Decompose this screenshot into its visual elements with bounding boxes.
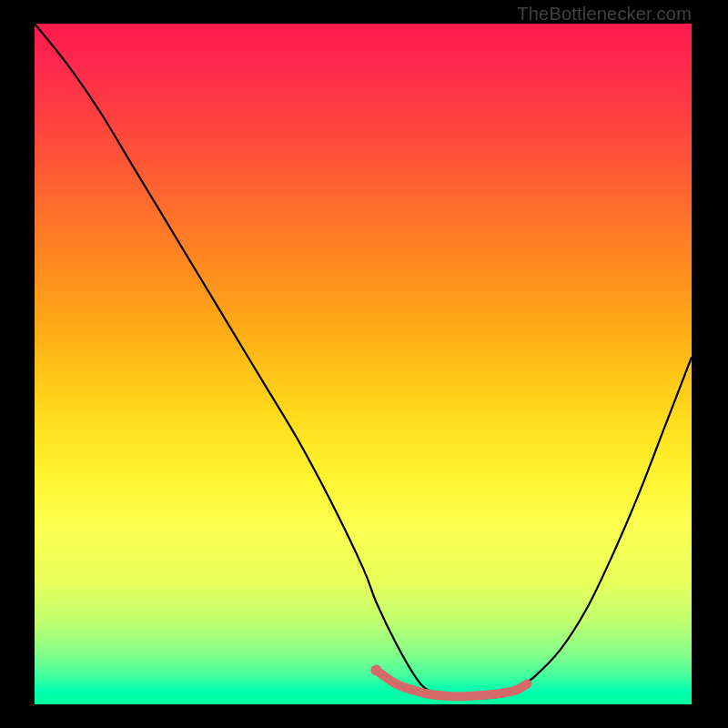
optimal-zone-marker	[376, 671, 527, 697]
chart-svg	[35, 24, 692, 704]
marker-start-dot	[370, 665, 381, 676]
source-link[interactable]: TheBottlenecker.com	[517, 4, 692, 25]
chart-frame: TheBottlenecker.com	[0, 0, 728, 728]
plot-area	[35, 24, 692, 704]
bottleneck-curve	[35, 24, 692, 698]
